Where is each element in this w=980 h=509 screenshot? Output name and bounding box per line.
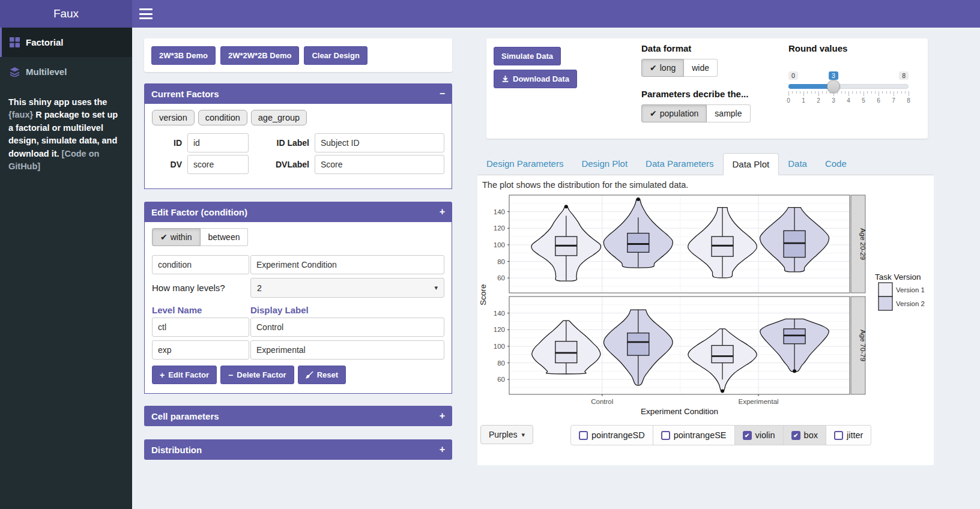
expand-icon[interactable]: + [440, 411, 445, 421]
level-headings: Level Name Display Label [152, 305, 444, 315]
unchecked-checkbox-icon [661, 431, 670, 440]
panel-title: Distribution [151, 445, 202, 455]
field-label: ID [152, 138, 182, 148]
factor-chip-version[interactable]: version [152, 110, 195, 125]
slider-number: 5 [862, 97, 865, 104]
parameters-describe-label: Parameters decribe the... [641, 89, 751, 99]
download-icon [501, 75, 509, 83]
plot-text: 100 [494, 241, 505, 248]
tab-data-parameters[interactable]: Data Parameters [637, 153, 722, 175]
id-label-input[interactable] [315, 133, 444, 152]
checkbox-label: box [804, 430, 818, 440]
unchecked-checkbox-icon [834, 431, 843, 440]
factor-chip-condition[interactable]: condition [198, 110, 247, 125]
plot-text: Version 2 [896, 300, 925, 307]
toggle-option-label: population [660, 109, 699, 118]
tab-design-parameters[interactable]: Design Parameters [477, 153, 572, 175]
app-logo[interactable]: Faux [0, 0, 132, 28]
describe-option-sample[interactable]: sample [707, 104, 750, 122]
cell-parameters-panel-header[interactable]: Cell parameters+ [144, 406, 452, 426]
plot-text: Score [479, 284, 488, 305]
tab-design-plot[interactable]: Design Plot [572, 153, 637, 175]
plot-text: Experiment Condition [641, 407, 718, 416]
toggle-option-label: sample [715, 109, 742, 118]
about-text: This shiny app uses the [8, 97, 107, 107]
collapse-icon[interactable]: − [440, 89, 445, 98]
format-option-long[interactable]: ✔long [641, 59, 684, 77]
reset-button[interactable]: Reset [298, 366, 346, 384]
level-name-input-exp[interactable] [152, 340, 249, 360]
dvlabel-input[interactable] [315, 155, 444, 174]
dv-input[interactable] [187, 155, 249, 174]
level-label-input-ctl[interactable] [250, 318, 444, 337]
level-label-input-exp[interactable] [250, 340, 444, 360]
plus-icon: + [160, 371, 165, 379]
slider-number: 2 [817, 97, 820, 104]
slider-number: 3 [832, 97, 835, 104]
checkbox-box[interactable]: ✔box [783, 426, 826, 445]
design-option-within[interactable]: ✔within [152, 228, 201, 246]
format-option-wide[interactable]: wide [684, 59, 718, 77]
box-plot [628, 233, 649, 253]
data-format-label: Data format [641, 43, 751, 53]
current-factors-panel: Current Factors − versionconditionage_gr… [144, 83, 452, 189]
plot-note: The plot shows the distribution for the … [482, 180, 934, 190]
plot-text: 140 [494, 310, 505, 317]
results-tabs-panel: Design ParametersDesign PlotData Paramet… [477, 153, 934, 465]
factor-chip-list: versionconditionage_group [152, 110, 444, 125]
edit-factor-panel: Edit Factor (condition) + ✔withinbetween… [144, 202, 452, 394]
delete-factor-button[interactable]: −Delete Factor [220, 366, 294, 384]
plot-text: 60 [497, 376, 505, 383]
2w-3b-demo-button[interactable]: 2W*3B Demo [151, 46, 216, 65]
edit-factor-button[interactable]: +Edit Factor [152, 366, 217, 384]
level-name-input-ctl[interactable] [152, 318, 249, 337]
simulate-data-button[interactable]: Simulate Data [494, 47, 561, 65]
outlier-point [793, 369, 796, 373]
round-values-slider[interactable]: 0 3 8 012345678 [788, 71, 909, 119]
current-factors-header[interactable]: Current Factors − [144, 83, 452, 104]
checkbox-jitter[interactable]: jitter [826, 426, 871, 445]
toggle-option-label: long [660, 63, 676, 73]
plot-text: Task Version [875, 273, 921, 282]
sidebar-item-multilevel[interactable]: Multilevel [0, 57, 132, 86]
levels-count-select[interactable]: 2 ▾ [250, 278, 444, 298]
describe-option-population[interactable]: ✔population [641, 104, 707, 122]
expand-icon[interactable]: + [440, 445, 445, 454]
edit-factor-header[interactable]: Edit Factor (condition) + [144, 202, 452, 222]
checkbox-pointrangeSD[interactable]: pointrangeSD [571, 426, 653, 445]
slider-number: 6 [877, 97, 880, 104]
button-label: Reset [317, 370, 338, 379]
2w-2w-2b-demo-button[interactable]: 2W*2W*2B Demo [220, 46, 299, 65]
panel-title: Cell parameters [151, 411, 219, 421]
checked-checkbox-icon: ✔ [743, 431, 752, 440]
collapse-icon[interactable]: + [440, 207, 445, 217]
download-data-button[interactable]: Download Data [494, 70, 577, 88]
id-input[interactable] [187, 133, 249, 152]
design-option-between[interactable]: between [201, 228, 249, 246]
factor-label-input[interactable] [250, 255, 444, 274]
clear-design-button[interactable]: Clear Design [304, 46, 367, 65]
level-row [152, 340, 444, 360]
hamburger-menu-icon[interactable] [139, 8, 153, 19]
sidebar-item-label: Factorial [26, 37, 64, 47]
unchecked-checkbox-icon [579, 431, 588, 440]
check-icon: ✔ [650, 63, 657, 73]
plot-text: Experimental [738, 398, 778, 405]
tab-data[interactable]: Data [779, 153, 816, 175]
sidebar-about-text: This shiny app uses the {faux} R package… [8, 96, 124, 173]
chevron-down-icon: ▾ [521, 431, 525, 439]
tab-data-plot[interactable]: Data Plot [723, 153, 779, 175]
distribution-panel-header[interactable]: Distribution+ [144, 439, 452, 460]
tab-bar: Design ParametersDesign PlotData Paramet… [477, 153, 934, 175]
checkbox-pointrangeSE[interactable]: pointrangeSE [653, 426, 734, 445]
violin-plot: Age 20-296080100120140Age 70-79608010012… [479, 191, 933, 420]
palette-dropdown-button[interactable]: Purples ▾ [480, 425, 533, 444]
tab-code[interactable]: Code [816, 153, 856, 175]
factor-chip-age_group[interactable]: age_group [251, 110, 307, 125]
sidebar-item-factorial[interactable]: Factorial [0, 28, 132, 57]
top-navbar [132, 0, 980, 28]
plot-text: 60 [497, 274, 505, 282]
checkbox-label: violin [755, 430, 775, 440]
factor-name-input[interactable] [152, 255, 249, 274]
checkbox-violin[interactable]: ✔violin [734, 426, 783, 445]
